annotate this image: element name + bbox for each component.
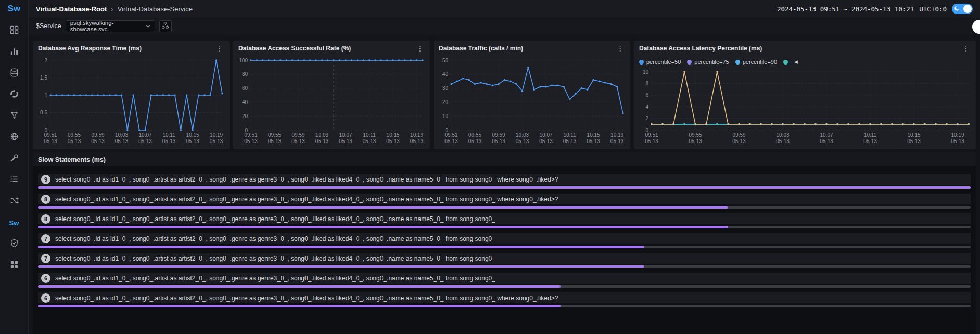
slow-statement-row[interactable]: 8 select song0_.id as id1_0_, song0_.art… <box>38 194 971 209</box>
time-range-picker[interactable]: 2024-05-13 09:51 ~ 2024-05-13 10:21 <box>777 5 914 13</box>
legend-item[interactable]: percentile=50 <box>639 59 681 65</box>
traffic-chart[interactable]: 0102030405009:5105-1309:5505-1309:5905-1… <box>434 56 630 146</box>
svg-text:05-13: 05-13 <box>339 138 352 144</box>
statement-bar-track <box>38 265 971 268</box>
legend-scroll-left-icon[interactable]: ◀ <box>794 59 798 65</box>
legend-item[interactable]: percentile=95 <box>783 59 791 65</box>
breadcrumb-root[interactable]: Virtual-Database-Root <box>36 5 107 13</box>
svg-text:4: 4 <box>645 104 648 110</box>
slow-statement-row[interactable]: 7 select song0_.id as id1_0_, song0_.art… <box>38 253 971 268</box>
skywalking-logo[interactable]: Sw <box>8 4 21 14</box>
slow-statement-row[interactable]: 8 select song0_.id as id1_0_, song0_.art… <box>38 213 971 228</box>
service-toolbar: $Service psql.skywalking-showcase.svc. <box>29 18 980 34</box>
sidebar-item-service-mesh[interactable] <box>3 84 25 106</box>
svg-text:40: 40 <box>442 71 449 77</box>
latency-percentile-chart[interactable]: 024681009:5105-1309:5505-1309:5905-1310:… <box>634 68 976 146</box>
svg-text:05-13: 05-13 <box>315 138 329 144</box>
statement-text: select song0_.id as id1_0_, song0_.artis… <box>55 215 495 223</box>
svg-text:09:51: 09:51 <box>244 132 257 138</box>
statement-value-badge: 7 <box>41 234 50 243</box>
slow-statements-panel: Slow Statements (ms) 9 select song0_.id … <box>33 152 976 334</box>
statement-text: select song0_.id as id1_0_, song0_.artis… <box>55 294 558 302</box>
sidebar: Sw Sw <box>0 0 29 334</box>
sidebar-item-virtual-database[interactable]: Sw <box>3 212 25 234</box>
help-floating-button[interactable] <box>972 20 980 34</box>
main-area: Virtual-Database-Root › Virtual-Database… <box>29 0 980 334</box>
slow-statement-row[interactable]: 9 select song0_.id as id1_0_, song0_.art… <box>38 174 971 189</box>
svg-text:10:19: 10:19 <box>951 132 964 138</box>
cluster-icon <box>9 110 19 122</box>
slow-statements-title: Slow Statements (ms) <box>38 156 106 163</box>
latency-legend-items: percentile=50percentile=75percentile=90p… <box>639 59 791 65</box>
svg-text:05-13: 05-13 <box>516 138 529 144</box>
svg-text:80: 80 <box>242 71 248 77</box>
statement-text: select song0_.id as id1_0_, song0_.artis… <box>55 275 495 282</box>
svg-text:10:19: 10:19 <box>610 132 623 138</box>
dark-mode-toggle[interactable] <box>952 4 973 14</box>
slow-statement-row[interactable]: 6 select song0_.id as id1_0_, song0_.art… <box>38 292 971 307</box>
svg-text:20: 20 <box>242 113 248 119</box>
sidebar-item-logs[interactable] <box>3 170 25 191</box>
statement-value-badge: 7 <box>41 254 50 263</box>
sidebar-item-general-service[interactable] <box>3 42 25 63</box>
sidebar-item-marketplace[interactable] <box>3 255 25 276</box>
svg-text:10:15: 10:15 <box>387 132 400 138</box>
svg-text:1.5: 1.5 <box>40 75 47 81</box>
statement-text: select song0_.id as id1_0_, song0_.artis… <box>55 196 558 203</box>
svg-text:10:11: 10:11 <box>563 132 576 138</box>
svg-text:05-13: 05-13 <box>115 138 129 144</box>
donut-chart-icon <box>9 89 19 101</box>
svg-text:09:59: 09:59 <box>292 132 305 138</box>
statement-value-badge: 9 <box>41 175 50 184</box>
svg-text:05-13: 05-13 <box>91 138 105 144</box>
chart-title-successful-rate: Database Access Successful Rate (%) <box>238 45 351 52</box>
timezone-label: UTC+0:0 <box>919 5 947 13</box>
svg-text:2: 2 <box>44 58 47 63</box>
sidebar-item-kubernetes[interactable] <box>3 127 25 148</box>
wrench-icon <box>9 153 19 165</box>
legend-dot <box>687 60 692 65</box>
svg-text:05-13: 05-13 <box>444 138 458 144</box>
sidebar-item-trace[interactable] <box>3 191 25 212</box>
svg-text:05-13: 05-13 <box>186 138 199 144</box>
sidebar-item-dashboards[interactable] <box>3 20 25 42</box>
legend-item[interactable]: percentile=75 <box>687 59 729 65</box>
svg-text:05-13: 05-13 <box>492 138 505 144</box>
service-select[interactable]: psql.skywalking-showcase.svc. <box>66 20 155 32</box>
svg-text:10:03: 10:03 <box>315 132 328 138</box>
svg-text:0.5: 0.5 <box>40 110 47 115</box>
svg-text:05-13: 05-13 <box>539 138 553 144</box>
svg-text:2: 2 <box>645 115 648 121</box>
sidebar-item-functions[interactable] <box>3 106 25 127</box>
kebab-menu-icon[interactable]: ⋮ <box>415 44 425 53</box>
avg-response-time-chart[interactable]: 00.511.5209:5105-1309:5505-1309:5905-131… <box>33 56 230 146</box>
swap-icon <box>9 196 19 208</box>
moon-icon <box>954 4 960 14</box>
svg-text:05-13: 05-13 <box>610 138 624 144</box>
statement-value-badge: 6 <box>41 274 50 283</box>
panel-latency-percentile: Database Access Latency Percentile (ms) … <box>634 41 976 149</box>
sidebar-item-self-observability[interactable] <box>3 234 25 255</box>
svg-text:10:03: 10:03 <box>516 132 529 138</box>
svg-text:05-13: 05-13 <box>291 138 305 144</box>
panel-successful-rate: Database Access Successful Rate (%) ⋮ 02… <box>233 41 430 149</box>
sidebar-item-database[interactable] <box>3 63 25 84</box>
svg-text:05-13: 05-13 <box>386 138 400 144</box>
slow-statement-row[interactable]: 7 select song0_.id as id1_0_, song0_.art… <box>38 233 971 248</box>
svg-text:10:11: 10:11 <box>864 132 877 138</box>
breadcrumb-current[interactable]: Virtual-Database-Service <box>118 5 193 13</box>
kebab-menu-icon[interactable]: ⋮ <box>215 44 224 53</box>
svg-text:05-13: 05-13 <box>468 138 482 144</box>
slow-statement-row[interactable]: 6 select song0_.id as id1_0_, song0_.art… <box>38 273 971 288</box>
svg-text:09:55: 09:55 <box>68 132 81 138</box>
successful-rate-chart[interactable]: 02040608010009:5105-1309:5505-1309:5905-… <box>233 56 430 146</box>
legend-label: percentile=75 <box>694 59 729 65</box>
sidebar-item-infrastructure[interactable] <box>3 148 25 170</box>
topbar-right: 2024-05-13 09:51 ~ 2024-05-13 10:21 UTC+… <box>777 4 973 14</box>
legend-item[interactable]: percentile=90 <box>735 59 777 65</box>
kebab-menu-icon[interactable]: ⋮ <box>616 44 625 53</box>
svg-text:30: 30 <box>442 85 449 91</box>
kebab-menu-icon[interactable]: ⋮ <box>961 44 971 53</box>
svg-text:10:19: 10:19 <box>410 132 423 138</box>
topology-button[interactable] <box>159 20 172 32</box>
